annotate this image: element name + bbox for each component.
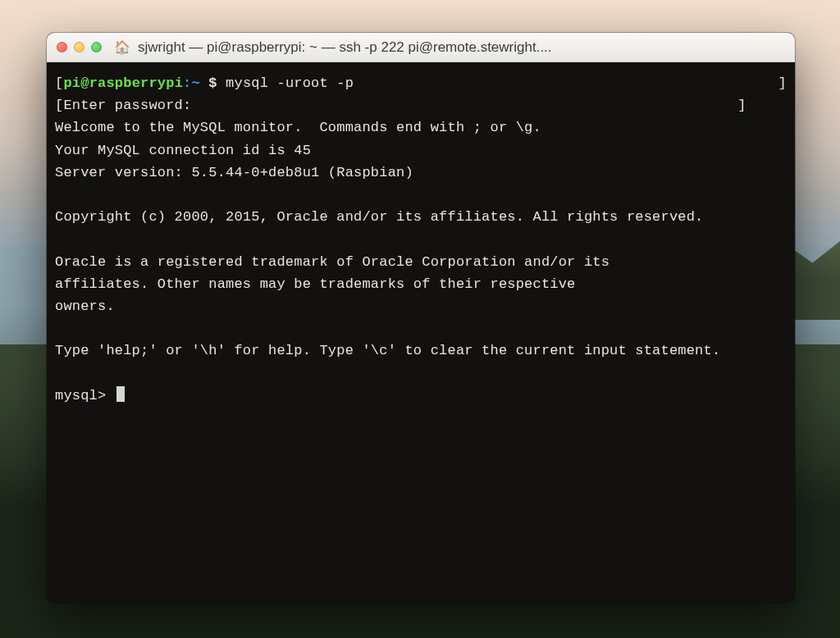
window-titlebar[interactable]: 🏠 sjwright — pi@raspberrypi: ~ — ssh -p … bbox=[47, 33, 795, 62]
output-line bbox=[55, 184, 787, 206]
window-controls bbox=[57, 42, 102, 52]
output-line: Server version: 5.5.44-0+deb8u1 (Raspbia… bbox=[55, 162, 787, 184]
minimize-button[interactable] bbox=[74, 42, 84, 52]
output-line: owners. bbox=[55, 295, 787, 317]
terminal-window[interactable]: 🏠 sjwright — pi@raspberrypi: ~ — ssh -p … bbox=[47, 33, 795, 603]
bracket-open: [ bbox=[55, 75, 63, 91]
prompt-host: raspberrypi bbox=[89, 75, 183, 91]
home-icon: 🏠 bbox=[114, 39, 130, 55]
output-line: affiliates. Other names may be trademark… bbox=[55, 273, 787, 295]
output-line: Copyright (c) 2000, 2015, Oracle and/or … bbox=[55, 206, 787, 228]
maximize-button[interactable] bbox=[91, 42, 102, 52]
prompt-at: @ bbox=[80, 75, 89, 91]
output-line: Your MySQL connection id is 45 bbox=[55, 139, 787, 162]
window-title: sjwright — pi@raspberrypi: ~ — ssh -p 22… bbox=[138, 39, 552, 56]
mysql-prompt: mysql> bbox=[55, 388, 115, 403]
prompt-line: [pi@raspberrypi:~ $ mysql -uroot -p] bbox=[55, 72, 787, 94]
terminal-output: [Enter password: ]Welcome to the MySQL m… bbox=[55, 94, 787, 384]
close-button[interactable] bbox=[57, 42, 67, 52]
output-line: [Enter password: ] bbox=[55, 94, 787, 116]
cursor-icon bbox=[116, 386, 125, 402]
prompt-path: :~ bbox=[183, 75, 200, 91]
output-line: Oracle is a registered trademark of Orac… bbox=[55, 251, 787, 273]
output-line bbox=[55, 317, 787, 340]
output-line: Type 'help;' or '\h' for help. Type '\c'… bbox=[55, 340, 787, 362]
output-line: Welcome to the MySQL monitor. Commands e… bbox=[55, 116, 787, 139]
output-line bbox=[55, 228, 787, 250]
mysql-prompt-line: mysql> bbox=[55, 385, 787, 407]
output-line bbox=[55, 362, 787, 384]
bracket-close: ] bbox=[778, 72, 787, 94]
prompt-dollar: $ bbox=[200, 75, 226, 91]
terminal-content[interactable]: [pi@raspberrypi:~ $ mysql -uroot -p][Ent… bbox=[47, 62, 795, 603]
entered-command: mysql -uroot -p bbox=[226, 75, 354, 91]
prompt-user: pi bbox=[63, 75, 80, 91]
